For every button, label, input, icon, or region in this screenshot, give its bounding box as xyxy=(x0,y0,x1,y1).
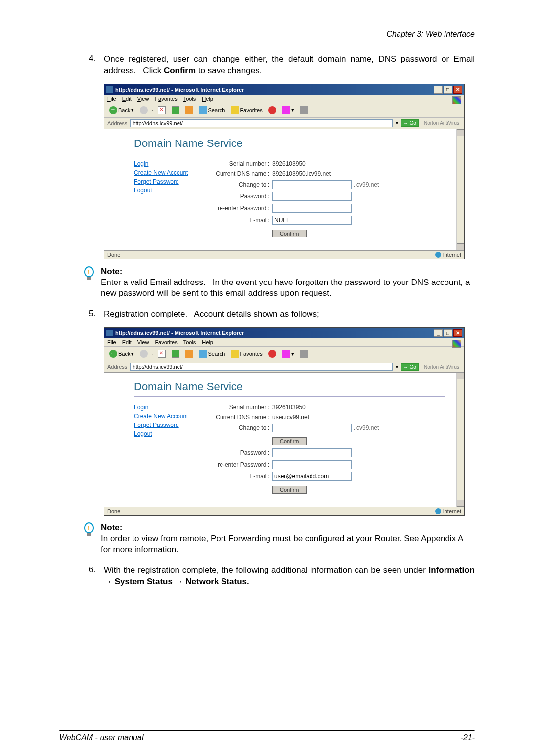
menu-bar-2: File Edit View Favorites Tools Help xyxy=(104,338,464,347)
back-icon xyxy=(109,106,117,114)
status-done: Done xyxy=(107,252,120,258)
norton-label: Norton AntiVirus xyxy=(422,120,461,126)
close-button[interactable]: ✕ xyxy=(453,86,462,94)
email-input[interactable] xyxy=(272,216,352,225)
menu-tools[interactable]: Tools xyxy=(183,339,196,345)
scrollbar[interactable] xyxy=(456,373,464,507)
search-button[interactable]: Search xyxy=(197,349,227,359)
windows-flag-icon xyxy=(452,96,461,104)
footer-right: -21- xyxy=(461,733,475,742)
suffix-label-2: .icv99.net xyxy=(354,425,379,431)
menu-file[interactable]: File xyxy=(107,96,116,102)
address-input[interactable]: http://ddns.icv99.net/ xyxy=(130,119,392,127)
refresh-button[interactable] xyxy=(170,105,181,115)
menu-favorites[interactable]: Favorites xyxy=(155,339,177,345)
address-bar: Address http://ddns.icv99.net/ ▾ → Go No… xyxy=(104,118,464,129)
stop-button[interactable] xyxy=(156,349,168,359)
step-6-number: 6. xyxy=(89,565,104,588)
dns-title-2: Domain Name Service xyxy=(134,380,445,393)
side-nav-2: Login Create New Account Forget Password… xyxy=(134,404,203,497)
home-button[interactable] xyxy=(183,105,195,115)
repassword-input[interactable] xyxy=(272,204,352,213)
menu-help[interactable]: Help xyxy=(202,96,213,102)
nav-login[interactable]: Login xyxy=(134,404,203,411)
go-button[interactable]: → Go xyxy=(401,119,419,127)
mail-icon xyxy=(282,106,290,114)
nav-logout[interactable]: Logout xyxy=(134,430,203,437)
confirm-button-2b[interactable]: Confirm xyxy=(272,486,307,494)
dns-title: Domain Name Service xyxy=(134,137,445,150)
window-titlebar: http://ddns.icv99.net/ - Microsoft Inter… xyxy=(104,84,464,95)
toolbar-2: Back ▾ · Search Favorites ▾ xyxy=(104,347,464,361)
confirm-button[interactable]: Confirm xyxy=(272,230,307,237)
globe-icon xyxy=(435,252,441,258)
scrollbar[interactable] xyxy=(456,129,464,250)
home-button[interactable] xyxy=(183,349,195,359)
nav-forget-password[interactable]: Forget Password xyxy=(134,178,203,185)
nav-create-account[interactable]: Create New Account xyxy=(134,413,203,420)
go-button[interactable]: → Go xyxy=(401,363,419,371)
nav-login[interactable]: Login xyxy=(134,160,203,167)
step4-bold: Confirm xyxy=(164,66,196,75)
blocked-icon xyxy=(268,350,276,358)
menu-favorites[interactable]: Favorites xyxy=(155,96,177,102)
forward-button[interactable] xyxy=(138,105,150,115)
favorites-button[interactable]: Favorites xyxy=(229,349,264,359)
menu-edit[interactable]: Edit xyxy=(122,96,132,102)
print-button[interactable] xyxy=(298,349,310,359)
confirm-button-2a[interactable]: Confirm xyxy=(272,437,307,445)
print-button[interactable] xyxy=(298,105,310,115)
star-icon xyxy=(231,106,239,114)
menu-help[interactable]: Help xyxy=(202,339,213,345)
stop-button[interactable] xyxy=(156,105,168,115)
menu-tools[interactable]: Tools xyxy=(183,96,196,102)
suffix-label: .icv99.net xyxy=(354,181,379,188)
blocked-button[interactable] xyxy=(267,105,278,115)
step-4-number: 4. xyxy=(89,54,104,77)
nav-forget-password[interactable]: Forget Password xyxy=(134,422,203,428)
address-label: Address xyxy=(107,120,127,126)
maximize-button[interactable]: □ xyxy=(444,86,452,94)
email-input-2[interactable] xyxy=(272,472,352,481)
minimize-button[interactable]: _ xyxy=(434,86,443,94)
ie-icon xyxy=(106,86,113,93)
window-title-2: http://ddns.icv99.net/ - Microsoft Inter… xyxy=(115,330,244,336)
forward-button[interactable] xyxy=(138,349,150,359)
menu-file[interactable]: File xyxy=(107,339,116,345)
search-button[interactable]: Search xyxy=(197,105,227,115)
password-input-2[interactable] xyxy=(272,448,352,457)
star-icon xyxy=(231,350,239,358)
menu-edit[interactable]: Edit xyxy=(122,339,132,345)
refresh-button[interactable] xyxy=(170,349,181,359)
mail-button[interactable]: ▾ xyxy=(280,105,296,115)
blocked-button[interactable] xyxy=(267,349,278,359)
zone-internet: Internet xyxy=(435,252,461,258)
curdns-value: 3926103950.icv99.net xyxy=(272,170,331,177)
nav-logout[interactable]: Logout xyxy=(134,187,203,194)
changeto-input[interactable] xyxy=(272,180,352,189)
menu-view[interactable]: View xyxy=(137,339,149,345)
nav-create-account[interactable]: Create New Account xyxy=(134,169,203,176)
note1-body: Enter a valid Email address. In the even… xyxy=(101,278,470,298)
changeto-input-2[interactable] xyxy=(272,424,352,432)
lightbulb-icon: ! xyxy=(84,266,96,281)
favorites-button[interactable]: Favorites xyxy=(229,105,264,115)
footer-left: WebCAM - user manual xyxy=(59,733,143,742)
mail-button[interactable]: ▾ xyxy=(280,349,296,359)
stop-icon xyxy=(158,350,166,358)
back-button[interactable]: Back ▾ xyxy=(107,105,136,115)
repassword-input-2[interactable] xyxy=(272,460,352,469)
header-rule xyxy=(59,42,475,42)
form-area-1: Serial number :3926103950 Current DNS na… xyxy=(203,160,445,240)
maximize-button[interactable]: □ xyxy=(444,329,452,337)
close-button[interactable]: ✕ xyxy=(453,329,462,337)
back-button[interactable]: Back ▾ xyxy=(107,349,136,359)
minimize-button[interactable]: _ xyxy=(434,329,443,337)
password-input[interactable] xyxy=(272,192,352,201)
email-label-2: E-mail : xyxy=(203,473,272,480)
serial-label: Serial number : xyxy=(203,160,272,167)
refresh-icon xyxy=(172,350,179,358)
page-content-1: Domain Name Service Login Create New Acc… xyxy=(104,129,464,250)
address-input[interactable]: http://ddns.icv99.net/ xyxy=(130,363,392,371)
menu-view[interactable]: View xyxy=(137,96,149,102)
